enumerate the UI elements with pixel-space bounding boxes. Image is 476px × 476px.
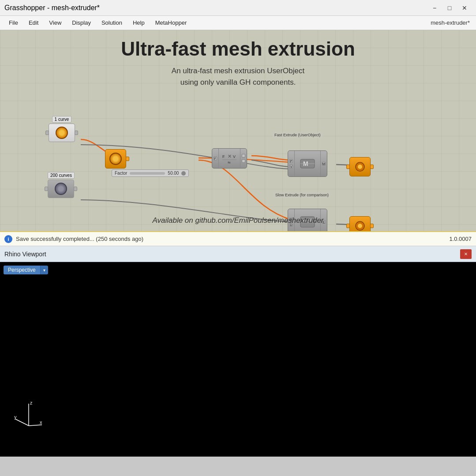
window-controls: − □ ✕ [427, 2, 472, 14]
menu-edit[interactable]: Edit [23, 18, 44, 28]
fast-extrude-node[interactable]: P V M M [288, 150, 327, 177]
fast-output-right-port [370, 165, 374, 169]
dispatch-ports-right [240, 149, 247, 168]
axis-svg: z y x [13, 399, 44, 430]
svg-line-34 [29, 425, 42, 426]
perspective-control[interactable]: Perspective ▾ [4, 266, 48, 274]
orange-source-node[interactable] [105, 149, 126, 169]
svg-text:F: F [222, 154, 225, 159]
dispatch-port-f: F [214, 157, 217, 160]
fast-extrude-label: Fast Extrude (UserObject) [273, 132, 322, 138]
factor-label: Factor [115, 171, 127, 176]
param-1curve[interactable]: 1 curve [49, 116, 75, 142]
svg-text:y: y [14, 414, 17, 420]
orange-source-right-port [126, 157, 129, 161]
param-1curve-right-port [75, 131, 78, 135]
status-message: Save successfully completed... (250 seco… [16, 236, 143, 242]
subtitle-line1: An ultra-fast mesh extrusion UserObject [0, 65, 476, 77]
status-version: 1.0.0007 [449, 236, 472, 242]
param-200curves[interactable]: 200 curves [48, 172, 75, 198]
rhino-viewport[interactable]: Perspective ▾ [0, 262, 476, 457]
axis-indicator: z y x [13, 399, 44, 430]
menu-items: File Edit View Display Solution Help Met… [4, 18, 192, 28]
spiral-icon-2 [55, 183, 67, 195]
param-200curves-label: 200 curves [48, 172, 75, 179]
factor-value: 50.00 [168, 171, 179, 176]
factor-component[interactable]: Factor 50.00 [112, 169, 189, 177]
dispatch-node[interactable]: F F ✕ V ⇆ [212, 148, 247, 169]
viewport-close-button[interactable]: × [460, 249, 472, 259]
svg-text:z: z [30, 400, 33, 405]
viewport-title: Rhino Viewport [4, 251, 46, 258]
fast-extrude-port-p: P [289, 159, 293, 163]
fast-extrude-port-m: M [322, 162, 326, 165]
menu-bar: File Edit View Display Solution Help Met… [0, 16, 476, 30]
fast-extrude-icon: M [300, 156, 315, 172]
fast-extrude-output[interactable] [349, 157, 371, 176]
orange-source-icon [109, 153, 122, 165]
perspective-button[interactable]: Perspective [4, 266, 40, 274]
viewport-header: Rhino Viewport × [0, 246, 476, 262]
status-left: i Save successfully completed... (250 se… [4, 235, 143, 243]
dispatch-port-out1 [242, 154, 245, 157]
factor-track[interactable] [130, 172, 165, 175]
menu-metahopper[interactable]: MetaHopper [150, 18, 192, 28]
dispatch-inner: F ✕ V ⇆ [219, 149, 240, 168]
wireframe-svg [0, 262, 476, 457]
grasshopper-canvas[interactable]: Ultra-fast mesh extrusion An ultra-fast … [0, 30, 476, 231]
fast-extrude-ports-left: P V [288, 151, 295, 176]
fast-extrude-inner: M [295, 151, 320, 176]
param-200curves-left-port [45, 187, 48, 191]
svg-text:x: x [40, 420, 42, 425]
svg-text:⇆: ⇆ [228, 161, 231, 165]
canvas-title: Ultra-fast mesh extrusion [0, 38, 476, 60]
title-bar-left: Grasshopper - mesh-extruder* [4, 4, 100, 12]
menu-help[interactable]: Help [127, 18, 150, 28]
canvas-footer: Available on github.com/EmilPoulsen/mesh… [0, 216, 476, 225]
status-bar: i Save successfully completed... (250 se… [0, 231, 476, 246]
minimize-button[interactable]: − [427, 2, 442, 14]
close-button[interactable]: ✕ [457, 2, 472, 14]
title-bar: Grasshopper - mesh-extruder* − □ ✕ [0, 0, 476, 16]
svg-text:V: V [233, 154, 236, 159]
menu-view[interactable]: View [44, 18, 67, 28]
param-200curves-node[interactable] [48, 180, 74, 198]
spiral-icon-1 [56, 127, 68, 139]
menu-display[interactable]: Display [67, 18, 96, 28]
dispatch-port-out2 [242, 159, 245, 163]
app-title: Grasshopper - mesh-extruder* [4, 4, 100, 12]
status-icon: i [4, 235, 12, 243]
maximize-button[interactable]: □ [442, 2, 457, 14]
param-1curve-left-port [45, 131, 49, 135]
fast-output-icon [354, 161, 366, 172]
dispatch-icon: F ✕ V ⇆ [221, 152, 237, 165]
canvas-subtitle: An ultra-fast mesh extrusion UserObject … [0, 65, 476, 88]
param-1curve-node[interactable] [49, 124, 75, 142]
fast-output-left-port [346, 165, 350, 169]
perspective-dropdown-button[interactable]: ▾ [40, 266, 48, 274]
svg-text:✕: ✕ [228, 154, 232, 159]
param-200curves-right-port [74, 187, 77, 191]
menu-file[interactable]: File [4, 18, 23, 28]
dispatch-ports-left: F [212, 149, 219, 168]
file-name-display: mesh-extruder* [431, 19, 472, 26]
param-1curve-label: 1 curve [52, 116, 72, 123]
svg-line-32 [15, 419, 29, 426]
svg-point-9 [358, 165, 362, 169]
factor-slider-container[interactable]: Factor 50.00 [112, 169, 189, 177]
fast-extrude-port-v: V [289, 165, 293, 168]
slow-extrude-label: Slow Extrude (for comparison) [274, 192, 330, 198]
menu-solution[interactable]: Solution [96, 18, 127, 28]
fast-extrude-ports-right: M [320, 151, 327, 176]
subtitle-line2: using only vanilla GH components. [0, 77, 476, 88]
factor-knob [181, 171, 186, 176]
